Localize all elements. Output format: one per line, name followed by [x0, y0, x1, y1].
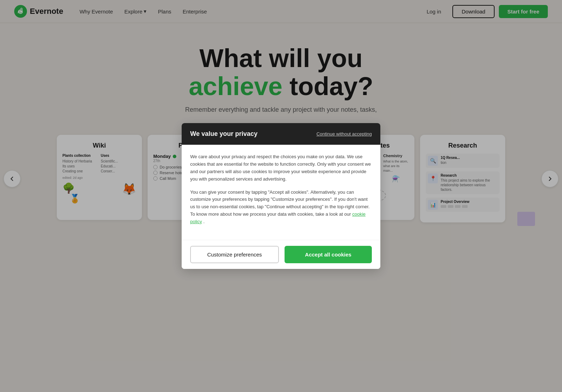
cookie-modal: We value your privacy Continue without a…	[182, 123, 380, 269]
cookie-overlay: We value your privacy Continue without a…	[0, 0, 562, 392]
modal-text-2: You can give your consent by tapping "Ac…	[190, 189, 372, 226]
accept-all-cookies-button[interactable]: Accept all cookies	[285, 246, 372, 263]
modal-text-1: We care about your privacy and respect t…	[190, 153, 372, 183]
modal-footer: Customize preferences Accept all cookies	[182, 240, 380, 269]
modal-title: We value your privacy	[190, 130, 258, 138]
modal-body: We care about your privacy and respect t…	[182, 145, 380, 239]
modal-header: We value your privacy Continue without a…	[182, 123, 380, 145]
continue-without-accepting-link[interactable]: Continue without accepting	[316, 131, 372, 137]
customize-preferences-button[interactable]: Customize preferences	[190, 246, 279, 263]
